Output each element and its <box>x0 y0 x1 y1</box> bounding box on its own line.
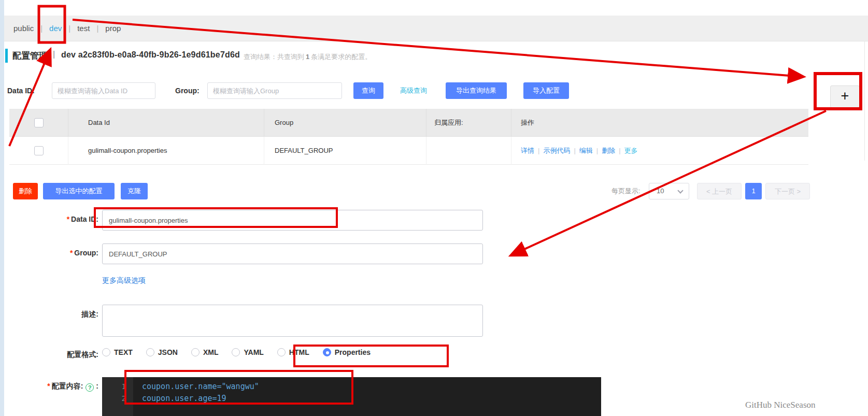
namespace-tab-public[interactable]: public <box>13 24 34 33</box>
action-more-link[interactable]: 更多 <box>624 146 638 155</box>
radio-text[interactable]: TEXT <box>102 348 133 356</box>
form-content-label: *配置内容:?: <box>0 382 98 392</box>
action-detail-link[interactable]: 详情 <box>521 146 534 155</box>
radio-properties-label: Properties <box>335 348 371 356</box>
radio-properties[interactable]: Properties <box>323 348 371 356</box>
radio-icon <box>277 348 286 356</box>
clone-button[interactable]: 克隆 <box>121 183 148 199</box>
radio-html-label: HTML <box>289 348 309 356</box>
delete-selected-button[interactable]: 删除 <box>13 183 38 199</box>
radio-xml[interactable]: XML <box>191 348 219 356</box>
chevron-down-icon <box>677 188 683 193</box>
radio-icon <box>146 348 154 356</box>
form-content-label-text: 配置内容: <box>52 382 83 390</box>
format-radio-group: TEXT JSON XML YAML HTML Properties <box>102 348 384 356</box>
line-number: 1 <box>102 381 133 393</box>
search-dataid-label: Data ID: <box>7 82 35 99</box>
row-data-id: gulimall-coupon.properties <box>68 137 264 165</box>
required-asterisk: * <box>70 249 73 257</box>
form-dataid-label: *Data ID: <box>0 215 98 223</box>
query-result-suffix: 条满足要求的配置。 <box>311 53 372 61</box>
page-size-select[interactable]: 10 <box>649 183 689 199</box>
radio-xml-label: XML <box>203 348 219 356</box>
column-header-app: 归属应用: <box>426 109 511 137</box>
action-separator: | <box>596 147 598 154</box>
config-content-editor[interactable]: 1 2 coupon.user.name="wangwu" coupon.use… <box>102 377 601 416</box>
watermark-text: GitHub NiceSeason <box>745 400 816 410</box>
search-dataid-input[interactable] <box>52 82 155 99</box>
tab-separator: | <box>68 24 70 33</box>
next-page-button[interactable]: 下一页 > <box>765 183 810 199</box>
radio-icon <box>102 348 110 356</box>
radio-yaml[interactable]: YAML <box>232 348 263 356</box>
radio-selected-icon <box>323 348 331 356</box>
form-group-label: *Group: <box>0 249 98 257</box>
required-asterisk: * <box>67 215 69 223</box>
nacos-config-page: public | dev | test | prop 配置管理 | dev a2… <box>0 0 868 416</box>
form-dataid-input[interactable] <box>102 210 483 231</box>
required-asterisk: * <box>47 382 50 390</box>
search-group-label: Group: <box>175 82 200 99</box>
namespace-tab-prop[interactable]: prop <box>105 24 121 33</box>
column-header-group: Group <box>264 109 426 137</box>
advanced-options-link[interactable]: 更多高级选项 <box>102 276 146 285</box>
code-line: coupon.user.age=19 <box>133 393 601 405</box>
import-config-button[interactable]: 导入配置 <box>523 82 569 99</box>
namespace-tabbar: public | dev | test | prop <box>4 16 868 41</box>
radio-icon <box>232 348 240 356</box>
action-sample-code-link[interactable]: 示例代码 <box>543 146 570 155</box>
page-title: 配置管理 <box>12 50 48 62</box>
row-group: DEFAULT_GROUP <box>264 137 426 165</box>
action-delete-link[interactable]: 删除 <box>602 146 615 155</box>
page-size-label: 每页显示: <box>611 183 641 199</box>
row-app <box>426 137 511 165</box>
column-header-operations: 操作 <box>511 109 808 137</box>
title-accent-bar <box>5 49 8 63</box>
query-result-text: 查询结果：共查询到1条满足要求的配置。 <box>244 52 372 62</box>
action-separator: | <box>538 147 539 154</box>
query-result-count: 1 <box>304 53 311 61</box>
radio-text-label: TEXT <box>114 348 133 356</box>
radio-icon <box>191 348 200 356</box>
editor-code-area[interactable]: coupon.user.name="wangwu" coupon.user.ag… <box>133 377 601 416</box>
select-all-checkbox[interactable] <box>34 118 44 127</box>
help-question-icon[interactable]: ? <box>86 383 94 392</box>
editor-line-numbers: 1 2 <box>102 377 133 416</box>
search-group-input[interactable] <box>207 82 342 99</box>
radio-json-label: JSON <box>158 348 178 356</box>
radio-yaml-label: YAML <box>244 348 263 356</box>
radio-json[interactable]: JSON <box>146 348 178 356</box>
namespace-detail: dev a2c83f0b-e0a8-40fb-9b26-1e9d61be7d6d <box>61 50 240 60</box>
form-group-label-text: Group: <box>74 249 98 257</box>
add-config-button[interactable]: + <box>830 85 860 108</box>
table-header-row: Data Id Group 归属应用: 操作 <box>9 109 808 137</box>
action-edit-link[interactable]: 编辑 <box>579 146 593 155</box>
query-button[interactable]: 查询 <box>353 82 383 99</box>
config-table: Data Id Group 归属应用: 操作 gulimall-coupon.p… <box>9 109 808 165</box>
line-number: 2 <box>102 393 133 405</box>
row-operations: 详情 | 示例代码 | 编辑 | 删除 | 更多 <box>511 137 808 165</box>
plus-icon: + <box>841 88 849 104</box>
form-content-colon: : <box>96 382 98 390</box>
code-line: coupon.user.name="wangwu" <box>133 381 601 393</box>
title-divider: | <box>53 50 55 59</box>
column-header-data-id: Data Id <box>68 109 264 137</box>
export-selected-button[interactable]: 导出选中的配置 <box>43 183 115 199</box>
tab-separator: | <box>40 24 42 33</box>
current-page-button[interactable]: 1 <box>745 183 762 199</box>
page-size-value: 10 <box>657 183 664 199</box>
form-dataid-label-text: Data ID: <box>71 215 98 223</box>
namespace-tab-test[interactable]: test <box>77 24 90 33</box>
export-results-button[interactable]: 导出查询结果 <box>446 82 507 99</box>
form-group-input[interactable] <box>102 243 483 264</box>
form-format-label: 配置格式: <box>0 350 98 360</box>
prev-page-button[interactable]: < 上一页 <box>697 183 742 199</box>
row-checkbox[interactable] <box>34 146 44 155</box>
form-description-label: 描述: <box>0 310 98 319</box>
table-row: gulimall-coupon.properties DEFAULT_GROUP… <box>9 137 808 165</box>
radio-html[interactable]: HTML <box>277 348 309 356</box>
namespace-tab-dev[interactable]: dev <box>49 24 62 33</box>
tab-separator: | <box>96 24 98 33</box>
form-description-textarea[interactable] <box>102 305 483 337</box>
advanced-query-link[interactable]: 高级查询 <box>400 82 427 99</box>
